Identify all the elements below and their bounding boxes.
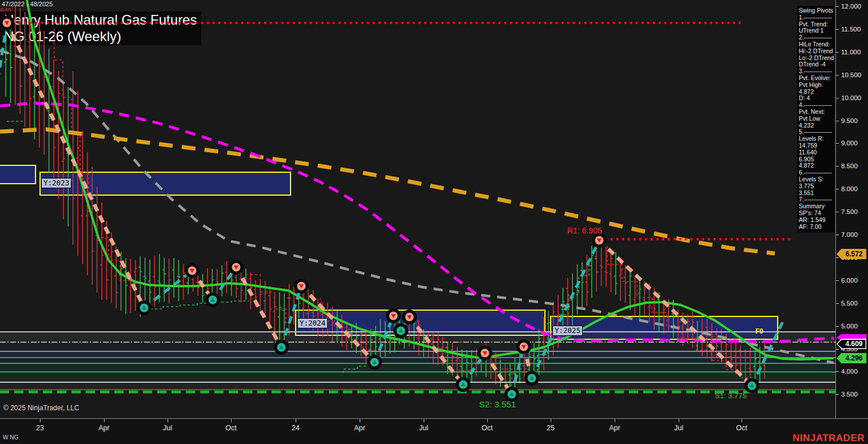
price-tick [836, 212, 839, 212]
price-tick-label: 3.500 [841, 391, 858, 398]
price-tick [836, 235, 839, 235]
price-tick-label: 4.000 [841, 368, 858, 375]
price-tick [836, 326, 839, 327]
green-ma-tag: 4.296 [837, 353, 866, 363]
time-tick-label: Oct [225, 424, 236, 432]
r1-level-label: R1: 6.905 [567, 226, 602, 235]
year-box-label-2024[interactable]: Y:2024 [297, 318, 328, 328]
price-tick-label: 7.000 [841, 231, 858, 238]
price-tick-label: 8.000 [841, 185, 858, 192]
price-tick [836, 143, 839, 144]
time-tick [231, 419, 232, 422]
gold-ma-tag: 6.572 [837, 249, 866, 259]
visible-range-label: 47/2022 - 48/2025 [2, 1, 53, 7]
price-tick-label: 5.500 [841, 300, 858, 307]
panel-line: Pvt High [799, 82, 834, 89]
panel-line: Pvt Low [799, 116, 834, 122]
swing-pivots-panel: Swing Pivots1.--------------Pvt. Trend:U… [797, 6, 834, 232]
price-tick-label: 9.000 [841, 140, 858, 146]
zigzag-up-leg [144, 271, 192, 308]
time-tick [40, 419, 41, 422]
time-tick [296, 419, 296, 422]
time-tick-label: Jul [163, 424, 172, 432]
panel-line: SP's: 74 [799, 210, 834, 217]
price-tick [836, 6, 839, 7]
panel-line: Pvt. Evolve: [799, 75, 834, 82]
series-interval-label: W NG [3, 434, 18, 441]
panel-line: Pvt. Next: [799, 109, 834, 116]
panel-line: 1.-------------- [799, 14, 834, 21]
time-tick-label: 24 [292, 424, 300, 432]
last-price-tag: 4.609 [837, 339, 866, 349]
price-tick [836, 29, 839, 30]
price-tick [836, 394, 839, 395]
price-tick [836, 52, 839, 53]
time-tick-label: Jul [419, 424, 428, 432]
price-tick-label: 12.000 [841, 3, 861, 10]
price-tick [836, 75, 839, 76]
price-tick-label: 6.000 [841, 277, 858, 284]
fib-band [0, 372, 835, 382]
time-tick-label: Oct [481, 424, 492, 432]
price-tick-label: 10.000 [841, 94, 861, 101]
panel-line: 3.775 [799, 183, 834, 190]
fib-band [0, 363, 835, 372]
copyright-text: © 2025 NinjaTrader, LLC [3, 404, 79, 412]
panel-line: 14.759 [799, 142, 834, 149]
time-tick-label: 23 [36, 424, 44, 432]
time-tick [424, 419, 424, 422]
time-tick-label: Apr [354, 424, 365, 432]
panel-line: Hi:-2 DTrend [799, 48, 834, 55]
time-tick [742, 419, 742, 422]
stop-step-line-red [54, 29, 132, 280]
time-tick [168, 419, 168, 422]
fib-band [0, 351, 835, 358]
time-tick-label: 25 [547, 424, 555, 432]
time-tick [679, 419, 679, 422]
year-range-box[interactable] [0, 165, 35, 184]
time-tick-label: Apr [609, 424, 620, 432]
time-tick [551, 419, 551, 422]
price-tick [836, 371, 839, 372]
time-tick [104, 419, 105, 422]
time-axis[interactable]: 23AprJulOct24AprJulOct25AprJulOct [0, 418, 868, 444]
time-tick [615, 419, 615, 422]
fib-band [0, 358, 835, 363]
s1-level-label: S1: 3.775 [715, 391, 747, 400]
year-box-label-2023[interactable]: Y:2023 [41, 178, 71, 188]
chart-window: 47/2022 - 48/2025 640 Henry Hub Natural … [0, 0, 868, 444]
panel-line: AF: 7.00 [799, 224, 834, 231]
panel-line: HiLo Trend: [799, 41, 834, 48]
price-tick-label: 9.500 [841, 117, 858, 124]
year-box-label-2025[interactable]: Y:2025 [552, 326, 583, 336]
time-tick [487, 419, 488, 422]
time-tick [360, 419, 360, 422]
price-tick-label: 8.500 [841, 162, 858, 169]
price-tick [836, 280, 839, 281]
time-tick-label: Oct [736, 424, 747, 432]
ninjatrader-logo: NINJATRADER [793, 433, 865, 444]
price-tick-label: 5.000 [841, 323, 858, 330]
fib-band [0, 382, 835, 390]
price-tick [836, 189, 839, 189]
price-chart-canvas[interactable] [0, 0, 835, 418]
panel-line: 11.640 [799, 149, 834, 156]
time-tick-label: Jul [674, 424, 683, 432]
price-tick-label: 11.500 [841, 26, 861, 33]
panel-line: Levels S: [799, 176, 834, 183]
panel-line: AR: 1.549 [799, 217, 834, 224]
price-axis[interactable]: 12.00011.50011.00010.50010.0009.5009.000… [835, 0, 868, 418]
price-tick [836, 166, 839, 166]
time-tick-label: Apr [98, 424, 109, 432]
price-tick-label: 7.500 [841, 208, 858, 215]
s2-level-label: S2: 3.551 [479, 399, 516, 409]
price-tick [836, 121, 839, 121]
stop-step-line-green [146, 301, 249, 314]
price-tick-label: 10.500 [841, 72, 861, 78]
f0-marker-label: F0 [755, 327, 763, 335]
price-tick [836, 303, 839, 304]
price-tick-label: 11.000 [841, 49, 861, 56]
price-tick [836, 98, 839, 98]
